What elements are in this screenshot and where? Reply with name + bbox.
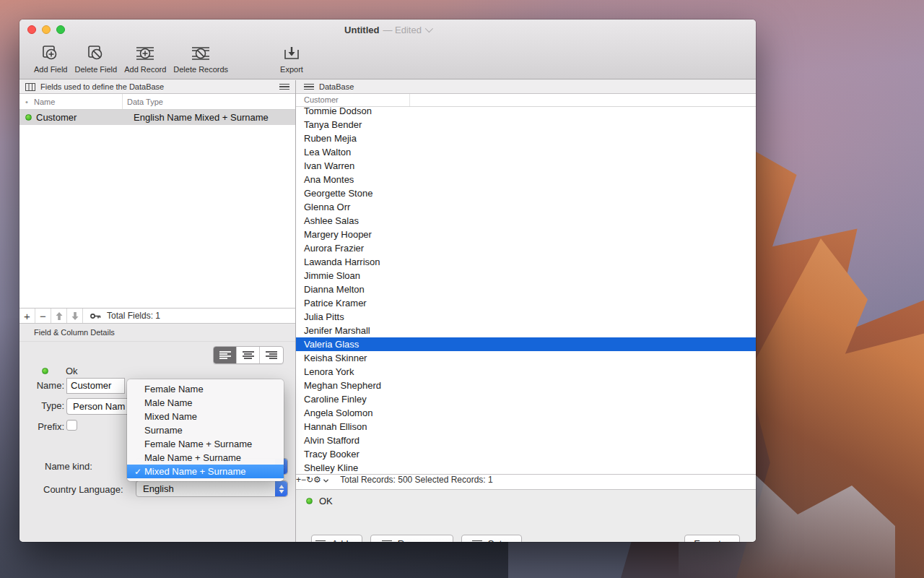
dropdown-menu-item[interactable]: ✓Mixed Name + Surname [127, 465, 284, 478]
record-list-item[interactable]: Glenna Orr [296, 200, 756, 214]
type-popup[interactable]: Person Nam [66, 398, 128, 415]
name-field-label: Name: [27, 380, 64, 391]
dropdown-menu-item[interactable]: Surname [127, 423, 284, 437]
export-button[interactable]: Export [280, 43, 303, 74]
add-field-row-button[interactable]: + [19, 309, 35, 323]
records-buttons-row: Add… Remove… Set… Export… [296, 535, 756, 542]
remove-records-dialog-button[interactable]: Remove… [370, 535, 453, 542]
field-status-dot-icon [25, 114, 32, 121]
move-field-down-button[interactable] [67, 309, 83, 323]
record-list-item[interactable]: Keisha Skinner [296, 351, 756, 365]
title-chevron-icon[interactable] [425, 25, 433, 33]
add-field-button[interactable]: Add Field [34, 43, 67, 74]
add-record-button[interactable]: Add Record [124, 43, 166, 74]
record-list-item[interactable]: Lenora York [296, 365, 756, 379]
record-list-item[interactable]: Angela Solomon [296, 406, 756, 420]
records-column-header: Customer [296, 94, 756, 107]
records-list-viewport[interactable]: Tommie DodsonTanya BenderRuben MejiaLea … [296, 107, 756, 474]
record-list-item[interactable]: Julia Pitts [296, 310, 756, 324]
dropdown-menu-item[interactable]: Male Name [127, 396, 284, 410]
record-list-item[interactable]: Lawanda Harrison [296, 255, 756, 269]
popup-chevrons-icon [275, 481, 287, 496]
chevron-down-icon [323, 479, 328, 483]
database-menu-icon[interactable] [304, 82, 314, 92]
record-list-item[interactable]: Meghan Shepherd [296, 379, 756, 392]
record-list-item[interactable]: Ashlee Salas [296, 214, 756, 228]
records-control-bar: + − ↻ ⚙ Total Records: 500 Selected Reco… [296, 474, 756, 490]
datatype-column-header[interactable]: Data Type [123, 98, 163, 106]
record-list-item[interactable]: Tracy Booker [296, 447, 756, 461]
list-icon [382, 539, 392, 542]
set-records-dialog-button[interactable]: Set… [461, 535, 522, 542]
record-list-item[interactable]: Ruben Mejia [296, 131, 756, 145]
record-list-item[interactable]: Margery Hooper [296, 228, 756, 241]
total-fields-label: Total Fields: 1 [107, 311, 160, 321]
export-records-button[interactable]: Export… [684, 535, 740, 542]
fields-pane-header: Fields used to define the DataBase [19, 80, 295, 94]
align-right-segment[interactable] [260, 347, 283, 363]
checkmark-icon: ✓ [131, 467, 144, 477]
add-record-label: Add Record [124, 65, 166, 74]
database-pane-header: DataBase [296, 80, 756, 94]
selected-records-label: Selected Records: 1 [415, 475, 493, 485]
fields-table-header: • Name Data Type [19, 94, 295, 110]
name-kind-label: Name kind: [45, 461, 92, 472]
delete-records-button[interactable]: Delete Records [173, 43, 228, 74]
record-list-item[interactable]: Shelley Kline [296, 461, 756, 474]
name-column-header[interactable]: Name [34, 94, 123, 109]
record-list-item[interactable]: Tanya Bender [296, 118, 756, 131]
align-center-icon [243, 350, 254, 360]
window-title-status: — Edited [383, 25, 421, 35]
add-record-row-button[interactable]: + [296, 475, 301, 489]
fields-pane-title: Fields used to define the DataBase [40, 82, 164, 91]
delete-records-icon [188, 43, 213, 64]
fields-menu-icon[interactable] [279, 82, 289, 92]
record-list-item[interactable]: Caroline Finley [296, 392, 756, 406]
remove-field-row-button[interactable]: − [35, 309, 51, 323]
refresh-records-button[interactable]: ↻ [306, 475, 313, 489]
align-center-segment[interactable] [237, 347, 260, 363]
field-type-cell: English Name Mixed + Surname [129, 112, 269, 123]
record-list-item[interactable]: Lea Walton [296, 145, 756, 159]
record-list-item[interactable]: Hannah Ellison [296, 420, 756, 434]
record-list-item[interactable]: Georgette Stone [296, 186, 756, 200]
fields-pane: Fields used to define the DataBase • Nam… [19, 80, 295, 542]
record-list-item[interactable]: Valeria Glass [296, 337, 756, 351]
prefix-field-label: Prefix: [21, 421, 64, 432]
record-list-item[interactable]: Ana Montes [296, 173, 756, 186]
country-language-popup[interactable]: English [136, 480, 288, 497]
remove-record-row-button[interactable]: − [301, 475, 306, 489]
field-status-row: Ok [42, 366, 78, 376]
records-actions-button[interactable]: ⚙ [313, 475, 328, 489]
add-records-dialog-button[interactable]: Add… [311, 535, 362, 542]
record-list-item[interactable]: Patrice Kramer [296, 296, 756, 310]
fields-table-empty-area [19, 125, 295, 308]
move-field-up-button[interactable] [51, 309, 67, 323]
field-table-row[interactable]: Customer English Name Mixed + Surname [19, 110, 295, 125]
delete-field-button[interactable]: Delete Field [74, 43, 117, 74]
record-list-item[interactable]: Tommie Dodson [296, 107, 756, 118]
prefix-checkbox[interactable] [66, 420, 77, 431]
export-label: Export [280, 65, 303, 74]
record-list-item[interactable]: Jimmie Sloan [296, 269, 756, 282]
record-list-item[interactable]: Jenifer Marshall [296, 324, 756, 337]
name-input[interactable]: Customer [66, 378, 125, 394]
dropdown-menu-item[interactable]: Male Name + Surname [127, 451, 284, 465]
dropdown-menu-item[interactable]: Female Name + Surname [127, 437, 284, 451]
record-list-item[interactable]: Dianna Melton [296, 282, 756, 296]
align-left-icon [219, 350, 231, 360]
window-title: Untitled — Edited [19, 20, 756, 40]
customer-column-header[interactable]: Customer [296, 94, 410, 106]
titlebar[interactable]: Untitled — Edited [19, 20, 756, 40]
delete-records-label: Delete Records [173, 65, 228, 74]
record-list-item[interactable]: Alvin Stafford [296, 434, 756, 447]
record-list-item[interactable]: Ivan Warren [296, 159, 756, 173]
app-window: Untitled — Edited Add Field Delete Field [19, 20, 756, 542]
add-record-icon [133, 43, 157, 64]
add-field-label: Add Field [34, 65, 67, 74]
window-chrome: Untitled — Edited Add Field Delete Field [19, 20, 756, 79]
align-left-segment[interactable] [214, 347, 237, 363]
dropdown-menu-item[interactable]: Female Name [127, 382, 284, 396]
dropdown-menu-item[interactable]: Mixed Name [127, 410, 284, 423]
record-list-item[interactable]: Aurora Frazier [296, 241, 756, 255]
